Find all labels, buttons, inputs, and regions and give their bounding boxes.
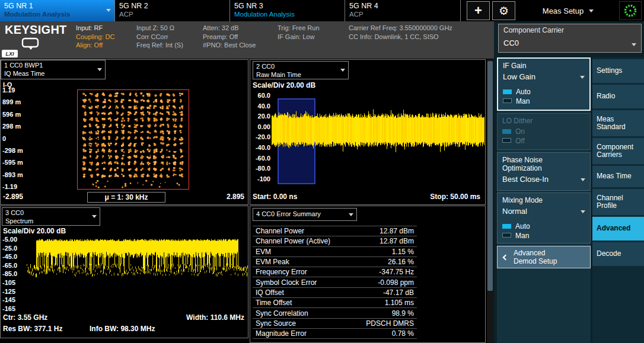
auto-option[interactable]: Auto	[516, 88, 531, 97]
dropdown-arrow-icon	[97, 68, 102, 71]
tab-mode: Modulation Analysis	[4, 11, 114, 18]
if-gain-control[interactable]: IF Gain Low Gain Auto Man	[497, 57, 591, 111]
toggle-state-icon	[502, 127, 511, 146]
status-line: Freq Ref: Int (S)	[136, 41, 183, 50]
metric-value: 26.16 %	[388, 258, 414, 266]
tab-5g-nr-4[interactable]: 5G NR 4 ACP	[345, 0, 461, 21]
menu-component-carriers[interactable]: Component Carriers	[592, 138, 644, 164]
tab-title: 5G NR 2	[119, 2, 229, 10]
advanced-demod-setup-button[interactable]: Advanced Demod Setup	[497, 246, 591, 268]
system-settings-button[interactable]: ⚙	[492, 1, 515, 20]
window-raw-main-time: 2 CC0 Raw Main Time Scale/Div 20.00 dB 6…	[250, 59, 486, 205]
man-option[interactable]: Man	[516, 97, 531, 106]
dropdown-arrow-icon	[580, 76, 585, 79]
window3-title-1: 3 CC0	[5, 209, 89, 217]
metric-value: PDSCH DMRS	[366, 319, 414, 328]
window1-title-2: IQ Meas Time	[4, 70, 94, 78]
mixing-mode-auto-man-toggle[interactable]: Auto Man	[502, 222, 590, 241]
dropdown-arrow-icon	[92, 215, 97, 218]
table-row: Time Offset1.105 ms	[253, 298, 417, 308]
menu-meas-standard[interactable]: Meas Standard	[592, 110, 644, 136]
phase-noise-control[interactable]: Phase Noise Optimization Best Close-In	[497, 152, 591, 191]
metric-value: 12.87 dBm	[380, 237, 414, 245]
dropdown-arrow-icon	[581, 178, 585, 181]
metric-value: -47.17 dB	[383, 288, 414, 297]
y-tick: -80.0	[251, 164, 270, 174]
input-status-column: Input: RF Coupling: DC Align: Off	[76, 24, 114, 50]
meas-setup-dropdown[interactable]: Meas Setup	[521, 0, 616, 21]
constellation-canvas[interactable]	[1, 80, 248, 191]
component-carrier-dropdown[interactable]: Component Carrier CC0	[498, 24, 642, 53]
metric-label: Magnitude Error	[256, 329, 307, 338]
plus-icon: +	[474, 3, 482, 18]
error-summary-table: Channel Power12.87 dBm Channel Power (Ac…	[253, 226, 417, 339]
metric-value: 12.87 dBm	[380, 227, 414, 235]
trigger-status-column: Trig: Free Run IF Gain: Low	[278, 24, 320, 41]
brand-logo: KEYSIGHT	[5, 23, 67, 37]
window4-title: 4 CC0 Error Summary	[256, 210, 321, 219]
menu-radio[interactable]: Radio	[592, 85, 644, 108]
mixing-mode-control[interactable]: Mixing Mode Normal Auto Man	[497, 193, 591, 243]
green-starburst-icon	[623, 3, 638, 18]
tab-title: 5G NR 4	[349, 2, 460, 10]
menu-advanced[interactable]: Advanced	[592, 217, 644, 241]
y-tick: -25.0	[2, 244, 17, 253]
menu-label: Component Carriers	[597, 143, 642, 159]
menu-meas-time[interactable]: Meas Time	[592, 166, 644, 187]
spectrum-canvas[interactable]	[27, 235, 248, 313]
status-header: KEYSIGHT LXI Input: RF Coupling: DC Alig…	[0, 21, 495, 59]
y-tick: -165	[2, 304, 17, 313]
status-line: Input: RF	[76, 24, 114, 33]
menu-channel-profile[interactable]: Channel Profile	[592, 189, 644, 215]
system-status-button[interactable]	[619, 1, 642, 20]
x-min-label: -2.895	[3, 193, 23, 201]
start-label: Start: 0.00 ns	[253, 193, 297, 201]
add-measurement-button[interactable]: +	[467, 1, 490, 20]
window1-trace-dropdown[interactable]: 1 CC0 BWP1 IQ Meas Time	[1, 60, 106, 79]
man-option[interactable]: Man	[515, 232, 530, 241]
window2-title-1: 2 CC0	[256, 63, 337, 71]
metric-label: Time Offset	[256, 299, 292, 307]
window2-trace-dropdown[interactable]: 2 CC0 Raw Main Time	[253, 61, 349, 79]
menu-label: Meas Standard	[597, 116, 642, 132]
metric-label: EVM Peak	[256, 258, 289, 266]
menu-settings[interactable]: Settings	[592, 59, 644, 83]
window3-trace-dropdown[interactable]: 3 CC0 Spectrum	[2, 207, 100, 226]
dropdown-arrow-icon	[632, 43, 636, 46]
if-gain-auto-man-toggle[interactable]: Auto Man	[503, 88, 589, 107]
y-tick: -45.0	[2, 252, 17, 261]
panel-scrollbar-thumb[interactable]	[487, 61, 493, 291]
status-line: Input Z: 50 Ω	[136, 24, 183, 33]
window4-trace-dropdown[interactable]: 4 CC0 Error Summary	[253, 208, 357, 221]
if-gain-label: IF Gain	[498, 59, 589, 70]
raw-time-canvas[interactable]	[272, 93, 484, 187]
tab-5g-nr-3[interactable]: 5G NR 3 Modulation Analysis	[230, 0, 345, 21]
table-row: Frequency Error-347.75 Hz	[253, 267, 417, 277]
table-row: Channel Power12.87 dBm	[253, 226, 417, 236]
metric-value: 0.78 %	[392, 329, 414, 338]
auto-option[interactable]: Auto	[515, 222, 530, 231]
tab-5g-nr-1[interactable]: 5G NR 1 Modulation Analysis	[0, 0, 115, 21]
menu-label: Advanced	[597, 225, 630, 233]
menu-label: Decode	[597, 250, 621, 258]
center-freq-label: Ctr: 3.55 GHz	[3, 313, 47, 322]
table-row: Sync Correlation98.9 %	[253, 308, 417, 318]
if-gain-dropdown[interactable]: Low Gain	[503, 72, 585, 83]
tab-5g-nr-2[interactable]: 5G NR 2 ACP	[115, 0, 230, 21]
numerology-readout: μ = 1: 30 kHz	[87, 192, 165, 203]
y-tick: -105	[2, 278, 17, 287]
menu-decode[interactable]: Decode	[592, 242, 644, 266]
if-gain-value: Low Gain	[503, 72, 535, 81]
window3-title-2: Spectrum	[5, 217, 89, 226]
metric-label: Frequency Error	[256, 268, 307, 276]
table-row: Magnitude Error0.78 %	[253, 329, 417, 339]
advanced-demod-line2: Demod Setup	[514, 257, 557, 265]
phase-noise-label-1: Phase Noise	[498, 153, 590, 164]
meas-setup-label: Meas Setup	[543, 7, 584, 15]
phase-noise-dropdown[interactable]: Best Close-In	[502, 175, 585, 185]
info-bw-label: Info BW: 98.30 MHz	[90, 325, 155, 333]
y-tick: -100	[251, 174, 270, 185]
status-line: Coupling: DC	[76, 33, 114, 41]
status-line: #PNO: Best Close	[203, 41, 256, 50]
mixing-mode-dropdown[interactable]: Normal	[502, 207, 585, 217]
